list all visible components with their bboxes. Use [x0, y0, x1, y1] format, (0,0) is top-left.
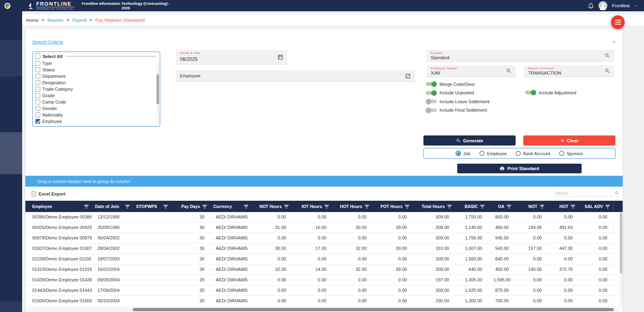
generate-button[interactable]: Generate	[423, 135, 516, 146]
filter-icon[interactable]	[405, 205, 409, 208]
filter-checkbox[interactable]	[35, 93, 40, 98]
radio-option[interactable]: Sponsor	[559, 151, 583, 156]
clear-button[interactable]: Clear	[523, 135, 615, 146]
filter-icon[interactable]	[244, 205, 248, 208]
filter-option[interactable]: Grade	[35, 92, 160, 99]
table-row[interactable]: 01007/Demo Employee 0100728/04/200230AED…	[25, 243, 623, 254]
month-year-field[interactable]: Month & Year 06/2025	[176, 50, 287, 64]
filter-icon[interactable]	[507, 205, 511, 208]
filter-icon[interactable]	[125, 205, 130, 208]
filter-option[interactable]: Status	[35, 67, 160, 73]
filter-icon[interactable]	[202, 205, 207, 208]
radio-button[interactable]	[516, 151, 521, 156]
employee-picker-field[interactable]: Employee	[176, 70, 415, 82]
toggle-switch[interactable]	[525, 90, 536, 95]
column-header-pay-days[interactable]: Pay Days	[171, 201, 210, 212]
column-header-pot-hours[interactable]: POT Hours	[372, 201, 413, 212]
toggle-row[interactable]: Merge Code/Desc	[426, 80, 489, 89]
table-row[interactable]: 00978/Demo Employee 0097806/04/200230AED…	[25, 233, 623, 243]
column-header-stopwps[interactable]: STOPWPS	[133, 201, 171, 212]
filter-option[interactable]: Department	[35, 73, 160, 79]
column-header-iot-hours[interactable]: IOT Hours	[292, 201, 332, 212]
filter-icon[interactable]	[571, 205, 575, 208]
filter-checkbox[interactable]	[35, 80, 40, 85]
search-icon[interactable]	[506, 68, 512, 74]
excel-export-button[interactable]: Excel Export	[31, 191, 66, 197]
toggle-row[interactable]: Include Final Settlement	[426, 106, 489, 115]
scrollbar-thumb[interactable]	[620, 213, 622, 273]
filter-checkbox[interactable]	[35, 119, 40, 124]
column-header-not-hours[interactable]: NOT Hours	[252, 201, 292, 212]
search-icon[interactable]	[615, 191, 619, 196]
sidebar[interactable]	[0, 11, 22, 312]
filter-icon[interactable]	[163, 205, 168, 208]
column-header-total-hours[interactable]: Total Hours	[413, 201, 455, 212]
filter-option[interactable]: Employee	[35, 118, 160, 125]
radio-button[interactable]	[479, 151, 485, 156]
avatar[interactable]	[599, 1, 607, 10]
format-field[interactable]: Format* Standard	[427, 50, 614, 62]
toggle-switch[interactable]	[426, 108, 437, 113]
table-row[interactable]: 01319/Demo Employee 0131916/02/200430AED…	[25, 264, 623, 275]
radio-button[interactable]	[456, 151, 461, 156]
filter-checkbox[interactable]	[35, 67, 40, 72]
frontline-logo[interactable]: FRONTLINE INFORMATION TECHNOLOGY	[27, 2, 74, 10]
search-icon[interactable]	[605, 53, 610, 58]
column-header-hot[interactable]: HOT	[547, 201, 578, 212]
employee-status-field[interactable]: Employee Status* X/All	[427, 65, 516, 77]
search-criteria-link[interactable]: Search Criteria	[32, 40, 63, 44]
radio-option[interactable]: Job	[456, 151, 471, 156]
table-row[interactable]: 01155/Demo Employee 0115519/07/200330AED…	[25, 254, 623, 264]
search-icon[interactable]	[605, 68, 610, 74]
column-header-oa[interactable]: OA	[488, 201, 514, 212]
filter-checkbox[interactable]	[35, 61, 40, 66]
column-header-employee[interactable]: Employee	[25, 201, 92, 212]
filter-option[interactable]: Trade Category	[35, 86, 160, 92]
filter-checkbox[interactable]	[35, 74, 40, 79]
filter-icon[interactable]	[480, 205, 485, 208]
user-name[interactable]: Frontline	[612, 3, 630, 8]
column-header-not[interactable]: NOT	[514, 201, 547, 212]
filter-option[interactable]: Designation	[35, 79, 160, 86]
toggle-row[interactable]: Include Adjustment	[525, 88, 576, 97]
listbox-scrollbar[interactable]	[157, 63, 159, 124]
filter-icon[interactable]	[540, 205, 544, 208]
select-all-checkbox[interactable]	[35, 54, 40, 59]
filter-option[interactable]: Type	[35, 60, 160, 67]
open-picker-icon[interactable]	[405, 73, 411, 79]
select-all-row[interactable]: Select All	[33, 52, 160, 60]
calendar-icon[interactable]	[277, 54, 283, 60]
breadcrumb-payroll[interactable]: Payroll	[72, 18, 87, 23]
filter-icon[interactable]	[324, 205, 329, 208]
filter-option[interactable]: Nationality	[35, 112, 160, 118]
report-currency-field[interactable]: Report Currency* TRANSACTION	[524, 65, 614, 77]
notifications-bell-icon[interactable]	[588, 2, 594, 9]
table-row[interactable]: 01439/Demo Employee 0143909/09/200429AED…	[25, 275, 623, 285]
table-row[interactable]: 01443/Demo Employee 0144317/09/200430AED…	[25, 285, 623, 296]
filter-checkbox[interactable]	[35, 100, 40, 104]
toggle-row[interactable]: Include Leave Settlement	[426, 97, 489, 106]
filter-icon[interactable]	[447, 205, 452, 208]
breadcrumb-home[interactable]: Home	[26, 18, 39, 23]
toggle-switch[interactable]	[426, 81, 437, 87]
app-logo-icon[interactable]	[4, 3, 10, 9]
toggle-switch[interactable]	[426, 99, 437, 104]
collapse-chevron-icon[interactable]	[611, 39, 616, 46]
column-header-currency[interactable]: Currency	[210, 201, 252, 212]
vertical-scrollbar[interactable]	[619, 212, 623, 307]
filter-icon[interactable]	[84, 205, 89, 208]
filter-checkbox[interactable]	[35, 112, 40, 117]
filter-icon[interactable]	[605, 205, 610, 208]
print-standard-button[interactable]: Print Standard	[457, 164, 582, 173]
filter-icon[interactable]	[365, 205, 369, 208]
horizontal-scrollbar[interactable]	[25, 307, 619, 312]
scrollbar-thumb[interactable]	[133, 308, 614, 311]
filter-option[interactable]: Gender	[35, 105, 160, 112]
toggle-switch[interactable]	[426, 90, 437, 96]
filter-icon[interactable]	[284, 205, 289, 208]
breadcrumb-reports[interactable]: Reports	[47, 18, 64, 23]
group-by-bar[interactable]: Drag a column header here to group its c…	[25, 176, 623, 187]
table-row[interactable]: 00386/Demo Employee 0038613/12/199530AED…	[25, 212, 623, 223]
column-header-hot-hours[interactable]: HOT Hours	[332, 201, 372, 212]
filter-checkbox[interactable]	[35, 106, 40, 111]
